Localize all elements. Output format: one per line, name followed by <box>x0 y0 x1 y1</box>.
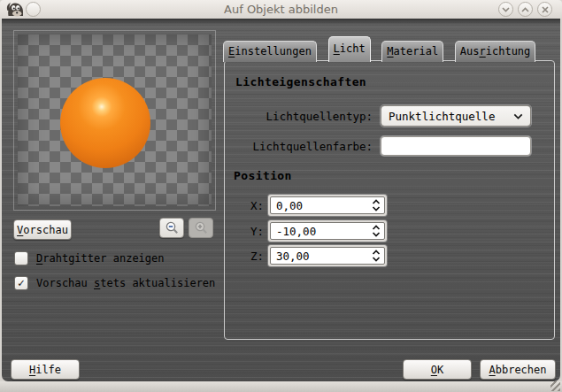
preview-area <box>13 30 216 211</box>
help-button[interactable]: Hilfe <box>11 359 80 380</box>
lighttype-select[interactable]: Punktlichtquelle <box>381 105 531 127</box>
close-button[interactable] <box>537 2 552 17</box>
close-icon <box>542 6 549 13</box>
wireframe-checkbox-label: Drahtgitter anzeigen <box>36 252 165 265</box>
wireframe-checkbox[interactable] <box>14 251 28 265</box>
y-position-spinner[interactable]: -10,00 <box>268 220 387 242</box>
live-preview-checkbox-row[interactable]: ✓ Vorschau stets aktualisieren <box>14 275 215 290</box>
x-position-spinner[interactable]: 0,00 <box>268 195 387 216</box>
z-position-value[interactable]: 30,00 <box>271 250 368 263</box>
ok-button[interactable]: OK <box>403 359 472 380</box>
chevron-down-icon <box>502 7 510 12</box>
checkmark: ✓ <box>18 277 25 288</box>
shade-button[interactable] <box>498 2 513 17</box>
spinner-updown-icon[interactable] <box>368 249 384 263</box>
spinner-updown-icon[interactable] <box>368 198 384 212</box>
map-object-dialog: Auf Objekt abbilden Vorschau <box>0 0 562 392</box>
tab-bar: Einstellungen Licht Material Ausrichtung <box>223 36 538 62</box>
dialog-content: Vorschau Drahtgitter anzeigen ✓ Vorsc <box>2 19 560 381</box>
wireframe-checkbox-row[interactable]: Drahtgitter anzeigen <box>14 250 165 265</box>
z-position-label: Z: <box>225 250 264 263</box>
cancel-button[interactable]: Abbrechen <box>480 359 556 380</box>
transparency-checkerboard[interactable] <box>18 35 212 206</box>
window-title: Auf Objekt abbilden <box>0 0 562 19</box>
chevron-up-icon <box>521 7 529 12</box>
spinner-updown-icon[interactable] <box>368 224 384 238</box>
y-position-label: Y: <box>225 225 264 238</box>
lightcolor-button[interactable] <box>381 136 531 156</box>
chevron-down-icon <box>513 113 523 119</box>
live-preview-checkbox-label: Vorschau stets aktualisieren <box>36 277 215 289</box>
tab-licht[interactable]: Licht <box>328 36 371 62</box>
lighttype-value: Punktlichtquelle <box>389 110 513 123</box>
resize-grip[interactable] <box>550 381 560 391</box>
tab-material[interactable]: Material <box>381 41 443 62</box>
zoom-in-icon <box>194 220 209 235</box>
zoom-in-button[interactable] <box>189 218 213 238</box>
y-position-value[interactable]: -10,00 <box>271 225 368 238</box>
preview-sphere <box>60 78 150 168</box>
lighttype-label: Lichtquellentyp: <box>225 110 373 123</box>
x-position-label: X: <box>225 199 264 212</box>
live-preview-checkbox[interactable]: ✓ <box>14 276 28 290</box>
z-position-spinner[interactable]: 30,00 <box>268 245 387 266</box>
preview-button[interactable]: Vorschau <box>13 219 72 240</box>
x-position-value[interactable]: 0,00 <box>271 199 368 212</box>
zoom-out-icon <box>165 220 180 235</box>
maximize-button[interactable] <box>518 2 533 17</box>
window-bottom-border <box>0 381 562 392</box>
lightcolor-label: Lichtquellenfarbe: <box>225 140 373 153</box>
tab-einstellungen[interactable]: Einstellungen <box>223 41 317 62</box>
titlebar[interactable]: Auf Objekt abbilden <box>0 0 562 19</box>
licht-tab-panel: Lichteigenschaften Lichtquellentyp: Punk… <box>224 60 555 340</box>
light-properties-heading: Lichteigenschaften <box>235 75 366 88</box>
zoom-out-button[interactable] <box>159 218 184 238</box>
position-heading: Position <box>234 169 292 182</box>
tab-ausrichtung[interactable]: Ausrichtung <box>455 41 536 62</box>
